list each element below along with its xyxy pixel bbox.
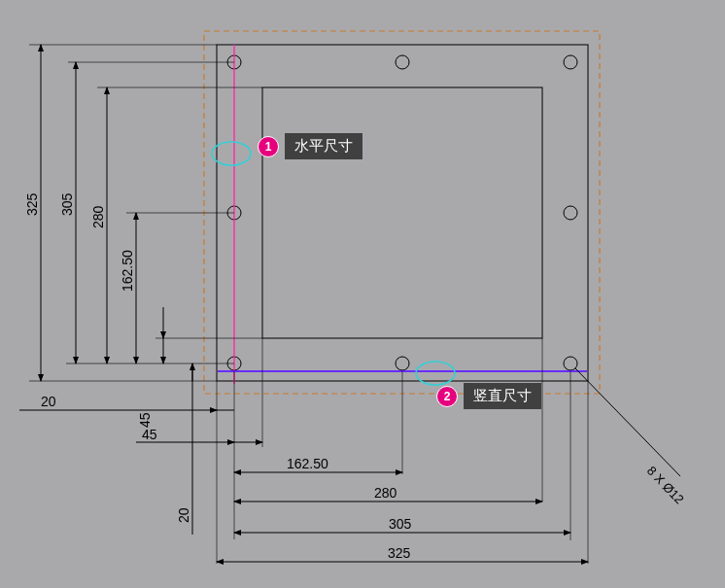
- dim-v-280: 280: [90, 205, 106, 228]
- dim-h-325: 325: [388, 545, 411, 561]
- dim-h-16250: 162.50: [287, 456, 328, 471]
- svg-point-4: [564, 206, 577, 220]
- dim-v-45: 45: [137, 412, 153, 428]
- callout-1: 1 水平尺寸: [258, 133, 362, 159]
- callout-1-num: 1: [258, 136, 279, 157]
- dim-h-280: 280: [374, 485, 397, 501]
- callout-1-label: 水平尺寸: [285, 133, 362, 159]
- svg-point-6: [396, 357, 409, 370]
- dim-v-325: 325: [24, 192, 40, 216]
- callout-2-label: 竖直尺寸: [464, 383, 541, 409]
- vertical-dim-group: 325 305 280 162.50 45 20: [24, 45, 262, 535]
- dim-v-305: 305: [59, 192, 75, 216]
- callout-2: 2 竖直尺寸: [436, 383, 541, 409]
- drawing-canvas: 325 305 280 162.50 45 20 20 45 162.50 28…: [0, 0, 725, 588]
- plate-inner: [262, 87, 542, 338]
- svg-point-1: [396, 55, 409, 69]
- svg-point-2: [564, 55, 577, 69]
- hole-callout: 8 X Ø12: [575, 368, 687, 506]
- dim-h-45: 45: [142, 427, 157, 442]
- hole-note-text: 8 X Ø12: [644, 464, 687, 507]
- dim-h-305: 305: [389, 516, 412, 532]
- holes: [227, 55, 577, 370]
- dim-v-16250: 162.50: [120, 250, 135, 292]
- svg-line-38: [575, 368, 680, 476]
- selection-box: [204, 31, 600, 394]
- dim-h-20: 20: [41, 394, 56, 409]
- dim-v-20: 20: [176, 507, 191, 523]
- callout-2-num: 2: [436, 386, 458, 407]
- svg-point-7: [564, 357, 577, 370]
- step1-marker: [212, 142, 251, 165]
- plate-outer: [217, 45, 588, 381]
